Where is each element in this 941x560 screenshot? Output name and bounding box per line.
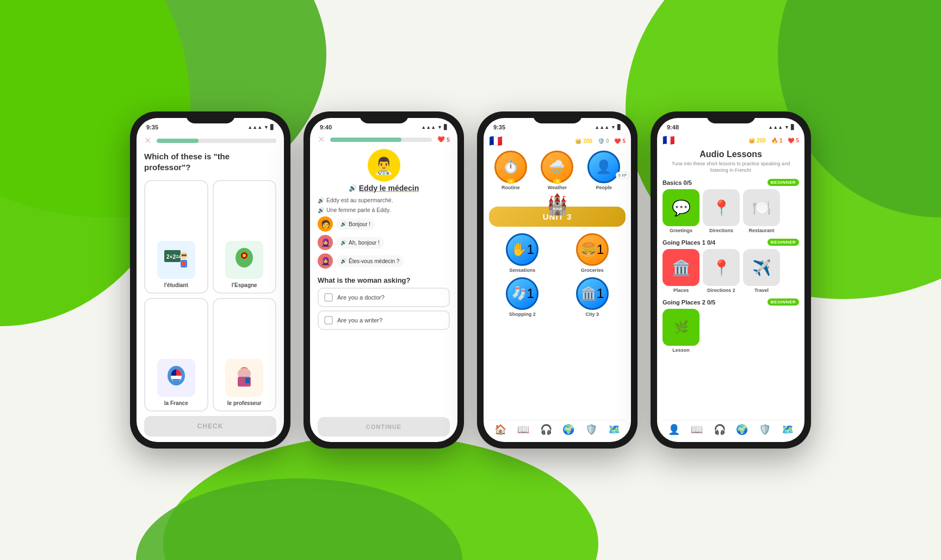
battery-icon: ▊ bbox=[444, 125, 448, 130]
lesson-weather-label: Weather bbox=[548, 185, 567, 190]
check-button[interactable]: CHECK bbox=[144, 416, 276, 437]
crown-stat-4: 👑 200 bbox=[748, 138, 766, 144]
progress-bar-fill-2 bbox=[330, 138, 401, 142]
unit-banner: UNIT 3 bbox=[489, 207, 626, 227]
nav-shield[interactable]: 🛡️ bbox=[585, 424, 597, 435]
svg-rect-13 bbox=[184, 254, 186, 256]
answer-checkbox-2[interactable] bbox=[324, 316, 333, 325]
progress-bar-2 bbox=[330, 138, 432, 142]
phone-2-time: 9:40 bbox=[320, 124, 332, 130]
choice-france-img bbox=[157, 359, 195, 397]
answer-checkbox-1[interactable] bbox=[324, 293, 333, 302]
section-basics-title: Basics 0/5 bbox=[663, 179, 692, 186]
heart-stat: ❤️ 5 bbox=[614, 138, 626, 144]
lesson-people[interactable]: 👤 0 XP People bbox=[582, 151, 626, 190]
crown-stat: 👑 200 bbox=[575, 138, 592, 144]
shield-icon: 🛡️ bbox=[598, 138, 604, 144]
wifi-icon: ▼ bbox=[264, 125, 269, 130]
nav-map-4[interactable]: 🗺️ bbox=[782, 424, 794, 435]
audio-subtitle: Tune into these short lessons to practic… bbox=[663, 161, 799, 173]
char-avatar: 👨‍⚕️ bbox=[368, 149, 400, 182]
lesson-weather-orb: 🌧️ 4 bbox=[541, 151, 573, 183]
nav-globe-4[interactable]: 🌍 bbox=[736, 424, 748, 435]
choice-spain-img bbox=[225, 241, 263, 279]
progress-bar-fill bbox=[157, 139, 199, 143]
answer-choice-2[interactable]: Are you a writer? bbox=[318, 310, 450, 330]
card-restaurant[interactable]: 🍽️ Restaurant bbox=[743, 189, 780, 233]
nav-globe[interactable]: 🌍 bbox=[562, 424, 574, 435]
dialogue-bubble-1: 🔊 Bonjour ! bbox=[336, 219, 375, 230]
lesson-shopping[interactable]: 🧦 1 Shopping 2 bbox=[489, 277, 556, 317]
card-travel[interactable]: ✈️ Travel bbox=[743, 249, 780, 293]
card-places[interactable]: 🏛️ Places bbox=[663, 249, 699, 293]
heart-count: ❤️ 5 bbox=[437, 136, 450, 143]
close-icon-2[interactable]: ✕ bbox=[318, 134, 325, 145]
phone-4-notch bbox=[707, 111, 756, 123]
lesson-routine-orb: ⏱️ 4 bbox=[494, 151, 527, 183]
phone-4-screen: 9:48 ▲▲▲ ▼ ▊ 🇫🇷 👑 200 bbox=[657, 118, 804, 442]
section-basics-header: Basics 0/5 BEGINNER bbox=[663, 179, 799, 186]
svg-rect-30 bbox=[245, 378, 250, 383]
choice-spain-label: l'Espagne bbox=[232, 282, 257, 288]
nav-headphones[interactable]: 🎧 bbox=[540, 424, 552, 435]
phone-1-screen: 9:35 ▲▲▲ ▼ ▊ ✕ Which of these is "the pr… bbox=[137, 118, 284, 442]
question-title: Which of these is "the professor"? bbox=[144, 151, 276, 172]
nav-book-4[interactable]: 📖 bbox=[691, 424, 703, 435]
phone-3-content: 🇫🇷 👑 200 🛡️ 0 ❤️ 5 bbox=[484, 133, 631, 442]
signal-icon: ▲▲▲ bbox=[595, 125, 609, 130]
choice-professor-label: le professeur bbox=[227, 400, 262, 406]
signal-icon: ▲▲▲ bbox=[421, 125, 436, 130]
lesson-city-label: City 3 bbox=[585, 312, 599, 317]
lesson-city[interactable]: 🏛️ 1 City 3 bbox=[559, 277, 626, 317]
card-gp2-lesson[interactable]: 🌿 Lesson bbox=[663, 309, 699, 353]
phone-2-screen: 9:40 ▲▲▲ ▼ ▊ ✕ ❤️ 5 bbox=[310, 118, 457, 442]
nav-shield-4[interactable]: 🛡️ bbox=[759, 424, 771, 435]
answer-choice-1[interactable]: Are you a doctor? bbox=[318, 288, 450, 307]
nav-headphones-4[interactable]: 🎧 bbox=[714, 424, 726, 435]
shield-stat: 🛡️ 0 bbox=[598, 138, 609, 144]
crown-value: 200 bbox=[583, 138, 592, 144]
card-places-label: Places bbox=[673, 288, 689, 293]
story-char: 👨‍⚕️ 🔊 Eddy le médecin bbox=[318, 149, 450, 192]
card-directions2[interactable]: 📍 Directions 2 bbox=[703, 249, 740, 293]
choice-professor[interactable]: le professeur bbox=[213, 298, 277, 412]
lesson-shopping-orb: 🧦 1 bbox=[506, 277, 538, 310]
routine-badge: 4 bbox=[507, 179, 515, 184]
section-basics-cards: 💬 Greetings 📍 Directions 🍽️ Restaurant bbox=[663, 189, 799, 233]
heart-icon-4: ❤️ bbox=[788, 138, 794, 144]
heart-value-3: 5 bbox=[622, 138, 626, 144]
choice-france[interactable]: la France bbox=[144, 298, 208, 412]
svg-text:2+2=4: 2+2=4 bbox=[166, 254, 182, 260]
svg-rect-15 bbox=[181, 262, 185, 265]
card-directions-img: 📍 bbox=[703, 189, 740, 226]
what-asking: What is the woman asking? bbox=[318, 276, 450, 284]
fire-stat-4: 🔥 1 bbox=[771, 138, 783, 144]
lesson-routine[interactable]: ⏱️ 4 Routine bbox=[489, 151, 533, 190]
card-restaurant-label: Restaurant bbox=[748, 228, 774, 233]
nav-map[interactable]: 🗺️ bbox=[608, 424, 620, 435]
student-svg: 2+2=4 bbox=[160, 244, 193, 276]
nav-book[interactable]: 📖 bbox=[517, 424, 529, 435]
dialogue-avatar-3: 🧕 bbox=[318, 253, 333, 269]
lesson-weather[interactable]: 🌧️ 4 Weather bbox=[536, 151, 579, 190]
nav-profile-4[interactable]: 👤 bbox=[668, 424, 680, 435]
wifi-icon: ▼ bbox=[784, 125, 789, 130]
crown-icon: 👑 bbox=[575, 138, 581, 144]
choice-spain[interactable]: l'Espagne bbox=[213, 180, 277, 294]
phone-2-content: ✕ ❤️ 5 👨‍⚕️ 🔊 Eddy le médecin bbox=[310, 133, 457, 442]
dialogue-text-1: Bonjour ! bbox=[349, 221, 370, 227]
choice-student[interactable]: 2+2=4 l bbox=[144, 180, 208, 294]
continue-button[interactable]: CONTINUE bbox=[318, 417, 450, 437]
lesson-groceries[interactable]: 🍔 1 Groceries bbox=[559, 233, 626, 273]
card-directions[interactable]: 📍 Directions bbox=[703, 189, 740, 233]
dialogue-text-3: Êtes-vous médecin ? bbox=[349, 258, 399, 264]
signal-icon: ▲▲▲ bbox=[247, 125, 262, 130]
lesson-sensations[interactable]: ✋ 1 Sensations bbox=[489, 233, 556, 273]
close-icon[interactable]: ✕ bbox=[144, 135, 151, 146]
dialogue-1: 🧑 🔊 Bonjour ! bbox=[318, 216, 450, 232]
card-greetings[interactable]: 💬 Greetings bbox=[663, 189, 699, 233]
card-directions2-label: Directions 2 bbox=[707, 288, 735, 293]
story-text-1: Eddy est au supermarché. bbox=[326, 197, 393, 203]
nav-home[interactable]: 🏠 bbox=[494, 424, 506, 435]
lessons-row-3: 🧦 1 Shopping 2 🏛️ 1 City 3 bbox=[489, 277, 626, 317]
